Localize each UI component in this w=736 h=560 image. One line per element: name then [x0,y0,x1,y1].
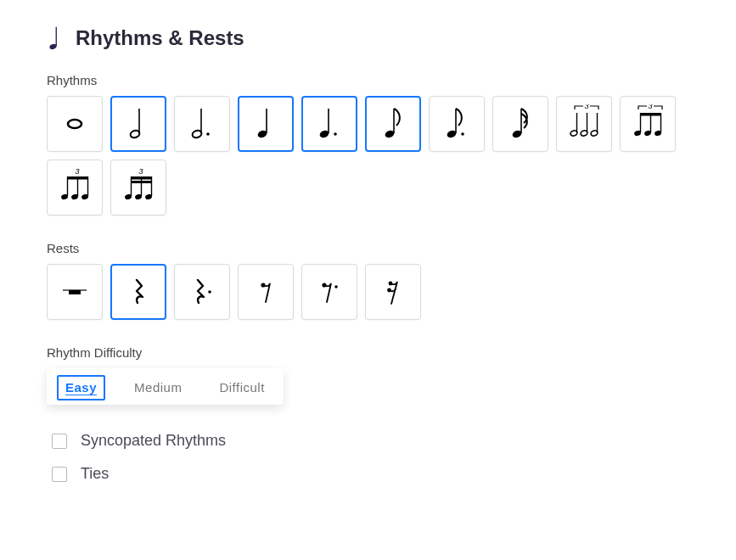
tile-eighth-rest[interactable] [238,264,294,320]
tile-half-note[interactable] [110,96,166,152]
difficulty-medium[interactable]: Medium [115,368,200,405]
syncopated-label: Syncopated Rhythms [81,432,226,450]
tile-sixteenth-note[interactable] [492,96,548,152]
tile-quarter-rest[interactable] [110,264,166,320]
difficulty-difficult[interactable]: Difficult [200,368,283,405]
ties-checkbox[interactable] [52,467,67,482]
tile-sixteenth-triplet-beamed[interactable] [110,160,166,216]
section-header: Rhythms & Rests [47,25,689,51]
tile-dotted-eighth-note[interactable] [429,96,485,152]
tile-whole-rest[interactable] [47,264,103,320]
tile-sixteenth-rest[interactable] [365,264,421,320]
difficulty-easy[interactable]: Easy [47,368,115,405]
tile-dotted-quarter-note[interactable] [301,96,357,152]
ties-row: Ties [47,465,689,483]
difficulty-label: Rhythm Difficulty [47,345,689,360]
tile-quarter-triplet[interactable] [620,96,676,152]
tile-whole-note[interactable] [47,96,103,152]
tile-eighth-triplet-beamed[interactable] [47,160,103,216]
tile-dotted-eighth-rest[interactable] [301,264,357,320]
tile-eighth-triplet[interactable] [556,96,612,152]
difficulty-selector: Easy Medium Difficult [47,368,284,405]
page-title: Rhythms & Rests [76,26,244,50]
rhythms-row [47,96,689,216]
tile-dotted-quarter-rest[interactable] [174,264,230,320]
syncopated-checkbox[interactable] [52,434,67,449]
quarter-note-icon [47,25,64,51]
tile-quarter-note[interactable] [238,96,294,152]
rhythms-label: Rhythms [47,73,689,87]
tile-dotted-half-note[interactable] [174,96,230,152]
tile-eighth-note[interactable] [365,96,421,152]
rests-label: Rests [47,241,689,255]
syncopated-row: Syncopated Rhythms [47,432,689,450]
rests-row [47,264,689,320]
ties-label: Ties [81,465,109,483]
